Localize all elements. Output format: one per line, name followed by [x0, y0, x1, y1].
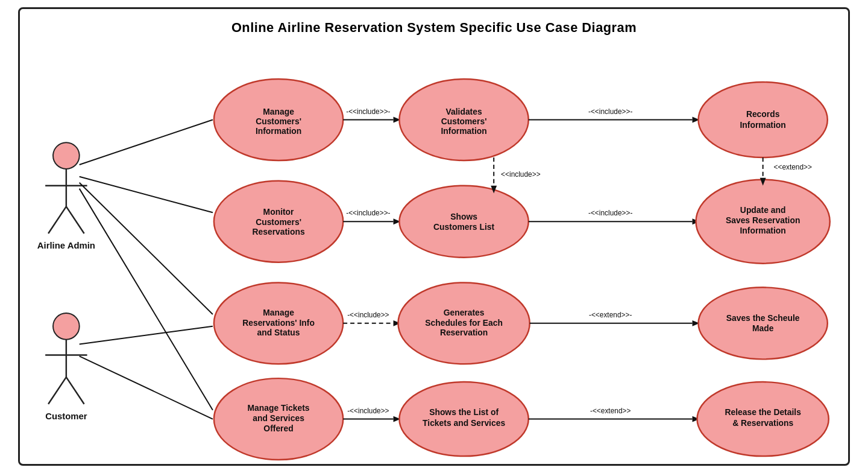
- admin-uc1-line: [80, 120, 213, 165]
- uc9-uc10-dashed-label: <<extend>>: [774, 163, 813, 171]
- admin-leg-right: [66, 206, 84, 233]
- uc5-uc9-label: -<<include>>-: [588, 107, 632, 116]
- uc3-label3: and Status: [257, 328, 300, 337]
- admin-label: Airline Admin: [37, 241, 95, 250]
- uc2-label: Monitor: [263, 207, 294, 217]
- uc12-label: Release the Details: [725, 407, 801, 417]
- uc10-label2: Saves Reservation: [726, 215, 800, 225]
- uc7-label2: Schedules for Each: [425, 318, 503, 328]
- uc4-uc8-label: -<<include>>: [347, 407, 389, 415]
- customer-leg-right: [66, 377, 84, 404]
- diagram-container: Online Airline Reservation System Specif…: [0, 0, 868, 473]
- uc3-label2: Reservations' Info: [242, 318, 315, 328]
- admin-head: [53, 142, 80, 169]
- customer-head: [53, 313, 80, 340]
- uc3-uc7-label: -<<include>>: [347, 311, 389, 319]
- customer-leg-left: [48, 377, 66, 404]
- uc5-label3: Information: [441, 126, 486, 136]
- uc7-label: Generates: [444, 308, 485, 317]
- uc9-label2: Information: [740, 120, 786, 130]
- admin-uc2-line: [80, 177, 213, 213]
- uc10-label: Update and: [740, 205, 786, 215]
- uc8-uc12-label: -<<extend>>: [590, 407, 631, 415]
- uc1-label: Manage: [263, 107, 294, 116]
- uc2-label2: Customers': [256, 217, 301, 227]
- uc3-label: Manage: [263, 308, 294, 317]
- uc11-label2: Made: [752, 323, 774, 333]
- customer-label: Customer: [45, 411, 87, 421]
- uc9-label: Records: [746, 109, 780, 119]
- uc2-uc6-label: -<<include>>-: [346, 209, 390, 217]
- uc1-uc5-label: -<<include>>-: [346, 107, 390, 116]
- diagram-box: Online Airline Reservation System Specif…: [18, 7, 850, 466]
- uc5-uc6-dashed-label: <<include>>: [501, 170, 541, 179]
- uc5-label: Validates: [446, 107, 482, 116]
- diagram-svg: Online Airline Reservation System Specif…: [20, 9, 848, 464]
- uc4-label2: and Services: [253, 413, 304, 423]
- uc8-label: Shows the List of: [429, 407, 498, 417]
- uc4-label3: Offered: [263, 424, 293, 433]
- customer-uc3-line: [80, 326, 213, 344]
- diagram-title: Online Airline Reservation System Specif…: [231, 20, 637, 35]
- uc10-label3: Information: [740, 226, 786, 235]
- uc12-label2: & Reservations: [732, 418, 793, 428]
- customer-uc4-line: [80, 356, 213, 419]
- uc1-label2: Customers': [256, 116, 301, 126]
- uc8-label2: Tickets and Services: [423, 418, 505, 428]
- uc2-label3: Reservations: [252, 227, 304, 237]
- uc5-label2: Customers': [441, 116, 487, 126]
- admin-leg-left: [48, 206, 66, 233]
- uc4-label: Manage Tickets: [248, 403, 310, 413]
- admin-uc3-line: [80, 183, 213, 314]
- uc6-uc10-label: -<<include>>-: [588, 209, 632, 217]
- uc7-uc11-label: -<<extend>>-: [589, 311, 632, 319]
- uc1-label3: Information: [256, 126, 301, 136]
- admin-uc4-line: [80, 189, 213, 410]
- uc6-label: Shows: [450, 212, 477, 221]
- uc11-label: Saves the Scheule: [726, 313, 800, 323]
- uc6-label2: Customers List: [433, 222, 494, 232]
- uc7-label3: Reservation: [440, 328, 488, 337]
